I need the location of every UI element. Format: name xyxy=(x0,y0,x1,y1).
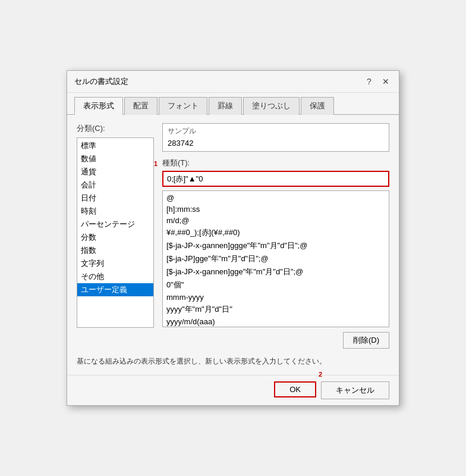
dialog-content: 分類(C): 標準 数値 通貨 会計 日付 時刻 パーセンテージ 分数 指数 文… xyxy=(67,115,399,375)
left-panel: 分類(C): 標準 数値 通貨 会計 日付 時刻 パーセンテージ 分数 指数 文… xyxy=(77,123,154,349)
category-list[interactable]: 標準 数値 通貨 会計 日付 時刻 パーセンテージ 分数 指数 文字列 その他 … xyxy=(77,137,154,328)
type-input-wrapper: 1 xyxy=(162,171,389,190)
tab-protection[interactable]: 保護 xyxy=(301,97,334,115)
type-input[interactable] xyxy=(162,171,389,187)
help-button[interactable]: ? xyxy=(363,76,375,87)
format-item[interactable]: [h]:mm:ss xyxy=(163,203,389,215)
format-item[interactable]: mmm-yyyy xyxy=(163,292,389,303)
sample-label: サンプル xyxy=(168,126,384,136)
category-item-scientific[interactable]: 指数 xyxy=(77,244,153,257)
tab-border[interactable]: 罫線 xyxy=(209,97,242,115)
category-item-standard[interactable]: 標準 xyxy=(77,139,153,152)
tab-alignment[interactable]: 配置 xyxy=(124,97,158,115)
format-item[interactable]: [$-ja-JP]gge"年"m"月"d"日";@ xyxy=(163,252,389,265)
main-layout: 分類(C): 標準 数値 通貨 会計 日付 時刻 パーセンテージ 分数 指数 文… xyxy=(77,123,389,349)
tabs-bar: 表示形式 配置 フォント 罫線 塗りつぶし 保護 xyxy=(67,93,399,115)
delete-row: 削除(D) xyxy=(162,332,389,349)
category-item-date[interactable]: 日付 xyxy=(77,192,153,205)
dialog: セルの書式設定 ? ✕ 表示形式 配置 フォント 罫線 塗りつぶし 保護 分類(… xyxy=(67,70,399,406)
dialog-title: セルの書式設定 xyxy=(74,76,128,87)
format-item[interactable]: ¥#,##0_);[赤](¥#,##0) xyxy=(163,226,389,239)
category-item-number[interactable]: 数値 xyxy=(77,152,153,165)
tab-fill[interactable]: 塗りつぶし xyxy=(243,97,300,115)
tab-display-format[interactable]: 表示形式 xyxy=(74,97,123,115)
format-item[interactable]: [$-ja-JP-x-gannen]ggge"年"m"月"d"日";@ xyxy=(163,239,389,252)
marker-1: 1 xyxy=(154,160,158,167)
delete-button[interactable]: 削除(D) xyxy=(343,332,389,349)
close-button[interactable]: ✕ xyxy=(380,76,392,87)
title-bar-controls: ? ✕ xyxy=(363,76,392,87)
category-item-text[interactable]: 文字列 xyxy=(77,257,153,270)
right-panel: サンプル 283742 種類(T): 1 @ [h]:mm:ss m/d;@ ¥… xyxy=(162,123,389,349)
ok-button-wrapper: 2 OK xyxy=(274,381,316,399)
hint-text: 基になる組み込みの表示形式を選択し、新しい表示形式を入力してください。 xyxy=(77,356,389,367)
category-item-other[interactable]: その他 xyxy=(77,270,153,283)
category-item-time[interactable]: 時刻 xyxy=(77,205,153,218)
category-item-accounting[interactable]: 会計 xyxy=(77,178,153,192)
ok-button[interactable]: OK xyxy=(274,381,316,397)
category-item-user-defined[interactable]: ユーザー定義 xyxy=(77,283,153,296)
tab-font[interactable]: フォント xyxy=(159,97,207,115)
cancel-button[interactable]: キャンセル xyxy=(321,381,389,399)
category-item-fraction[interactable]: 分数 xyxy=(77,231,153,244)
format-item[interactable]: 0"個" xyxy=(163,278,389,292)
format-item[interactable]: @ xyxy=(163,192,389,203)
title-bar: セルの書式設定 ? ✕ xyxy=(67,71,399,93)
format-item[interactable]: m/d;@ xyxy=(163,215,389,226)
category-label: 分類(C): xyxy=(77,123,154,134)
sample-value: 283742 xyxy=(168,137,384,149)
format-item[interactable]: [$-ja-JP-x-gannen]gge"年"m"月"d"日";@ xyxy=(163,265,389,278)
sample-box: サンプル 283742 xyxy=(162,123,389,152)
format-list[interactable]: @ [h]:mm:ss m/d;@ ¥#,##0_);[赤](¥#,##0) [… xyxy=(162,190,389,327)
format-item[interactable]: yyyy"年"m"月"d"日" xyxy=(163,303,389,316)
marker-2: 2 xyxy=(319,371,322,378)
category-item-percentage[interactable]: パーセンテージ xyxy=(77,218,153,231)
category-item-currency[interactable]: 通貨 xyxy=(77,165,153,178)
dialog-footer: 2 OK キャンセル xyxy=(67,375,399,405)
format-item[interactable]: yyyy/m/d(aaa) xyxy=(163,316,389,327)
type-label: 種類(T): xyxy=(162,158,389,168)
